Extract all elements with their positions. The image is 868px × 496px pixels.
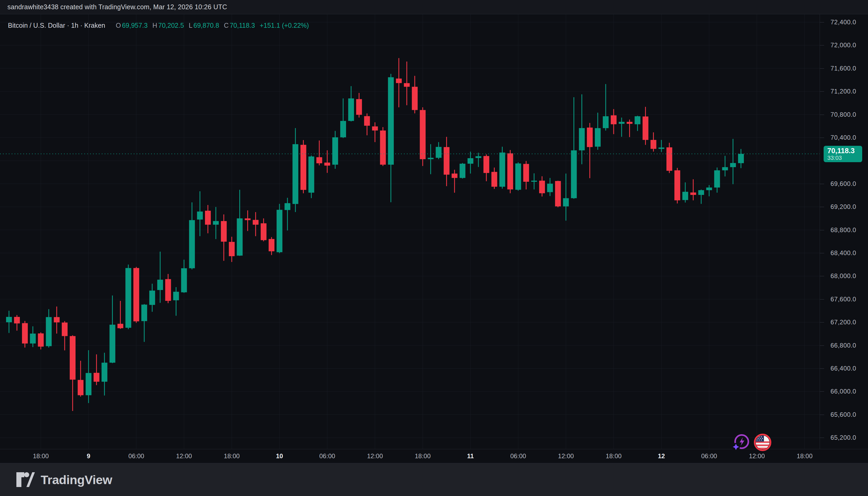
price-scale[interactable]: 70,118.3 33:03 72,400.072,000.071,600.07… [820, 14, 868, 449]
time-axis-label: 18:00 [415, 452, 431, 460]
candle [643, 107, 649, 145]
price-axis-label: 71,200.0 [831, 88, 856, 95]
tradingview-snapshot: sandrawhite3438 created with TradingView… [0, 0, 868, 496]
tradingview-logo[interactable]: TradingView [16, 472, 112, 487]
price-axis-label: 66,800.0 [831, 342, 856, 349]
candle [292, 128, 298, 212]
candle [698, 190, 704, 204]
candle [78, 361, 83, 397]
candle [70, 335, 76, 411]
candle [531, 173, 537, 189]
candle [173, 287, 179, 315]
event-icons [732, 434, 771, 451]
candle [587, 123, 593, 178]
time-axis-day-label: 9 [87, 452, 90, 460]
open-value: 69,957.3 [122, 22, 148, 29]
price-axis-tick [820, 276, 824, 276]
price-axis-tick [820, 207, 824, 207]
time-axis-label: 06:00 [510, 452, 526, 460]
candle [571, 97, 577, 199]
candle [436, 142, 441, 159]
candle [603, 84, 609, 130]
candle [491, 168, 497, 189]
lightning-spark-icon[interactable] [732, 434, 750, 451]
low-value: 69,870.8 [193, 22, 219, 29]
symbol-legend: Bitcoin / U.S. Dollar · 1h · Kraken O 69… [8, 22, 309, 29]
price-axis-label: 65,200.0 [831, 434, 856, 441]
price-axis-tick [820, 322, 824, 323]
candle [467, 152, 474, 173]
time-scale[interactable]: 18:00906:0012:0018:001006:0012:0018:0011… [0, 449, 868, 463]
price-axis-tick [820, 91, 824, 92]
candle [730, 139, 736, 184]
price-axis-label: 67,600.0 [831, 296, 856, 303]
price-axis-tick [820, 138, 824, 138]
candle [547, 178, 553, 196]
candle [38, 332, 44, 350]
high-value: 70,202.5 [158, 22, 184, 29]
candle [134, 267, 139, 323]
candle [372, 122, 378, 142]
close-label: C [224, 22, 229, 29]
candle [62, 321, 68, 351]
candle [460, 163, 465, 179]
candle [380, 127, 386, 166]
price-axis-label: 65,600.0 [831, 411, 856, 418]
candle [658, 140, 664, 152]
low-label: L [189, 22, 192, 29]
candle [30, 326, 36, 347]
price-axis-label: 68,000.0 [831, 272, 856, 280]
candle [316, 140, 322, 165]
candle [595, 113, 601, 150]
candlestick-chart[interactable] [0, 0, 868, 496]
price-axis-tick [820, 415, 824, 415]
candle [332, 131, 338, 169]
candle [324, 150, 330, 173]
candle [205, 205, 211, 233]
time-axis-label: 06:00 [319, 452, 335, 460]
candle [651, 132, 656, 152]
candle [165, 274, 171, 303]
time-axis-label: 18:00 [797, 452, 812, 460]
candle [229, 237, 235, 262]
candle [499, 147, 505, 189]
candle [563, 173, 569, 220]
candle [404, 62, 410, 105]
price-axis-tick [820, 22, 824, 22]
candle [300, 140, 306, 193]
price-axis-label: 68,400.0 [831, 249, 856, 257]
candle [635, 116, 640, 131]
time-axis-label: 18:00 [33, 452, 49, 460]
candle [189, 202, 195, 269]
footer-bar: TradingView [0, 463, 868, 496]
price-axis-tick [820, 345, 824, 346]
time-axis-day-label: 12 [658, 452, 665, 460]
close-value: 70,118.3 [230, 22, 255, 29]
candle [237, 190, 243, 256]
symbol-title[interactable]: Bitcoin / U.S. Dollar · 1h · Kraken [8, 22, 105, 29]
price-axis-label: 69,200.0 [831, 203, 856, 211]
candle [675, 168, 680, 204]
candle [102, 353, 107, 396]
last-price-badge: 70,118.3 33:03 [824, 146, 862, 162]
price-axis-label: 66,400.0 [831, 365, 856, 372]
price-axis-tick [820, 253, 824, 253]
time-axis-label: 12:00 [367, 452, 383, 460]
candle [483, 155, 489, 182]
price-axis-label: 68,800.0 [831, 226, 856, 234]
time-axis-label: 12:00 [176, 452, 192, 460]
candle [6, 311, 12, 333]
us-flag-event-icon[interactable] [754, 434, 771, 451]
candle [54, 307, 60, 334]
candle [340, 98, 346, 138]
candle [611, 109, 617, 134]
price-axis-label: 70,800.0 [831, 111, 856, 118]
change-value: +151.1 (+0.22%) [260, 22, 309, 29]
candle [284, 198, 290, 231]
price-axis-label: 72,400.0 [831, 18, 856, 26]
time-axis-label: 12:00 [558, 452, 574, 460]
candle [261, 218, 266, 242]
candle [253, 212, 259, 236]
price-axis-label: 70,400.0 [831, 134, 856, 141]
candle [309, 156, 314, 198]
